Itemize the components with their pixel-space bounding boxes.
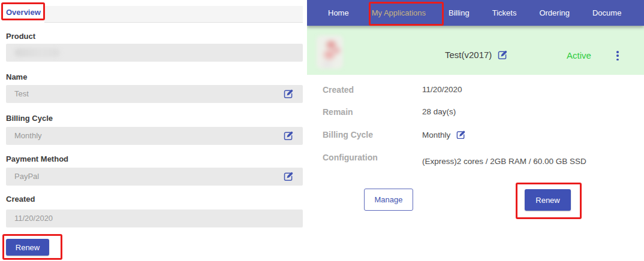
nav-tickets[interactable]: Tickets (481, 0, 528, 26)
detail-created-label: Created (323, 85, 422, 95)
renew-button-right[interactable]: Renew (525, 189, 571, 211)
application-banner: Test(v2017) Active (307, 26, 644, 75)
kebab-menu-icon[interactable] (614, 51, 621, 60)
tab-bar (44, 6, 303, 23)
screenshot-root: Overview Product Name Test Billing Cycle… (0, 0, 644, 261)
billing-cycle-field[interactable]: Monthly (6, 127, 303, 145)
detail-billing-cycle-value: Monthly (422, 130, 450, 139)
top-navbar: Home My Applications Billing Tickets Ord… (307, 0, 644, 26)
detail-row-created: Created 11/20/2020 (323, 85, 462, 95)
nav-home[interactable]: Home (317, 0, 360, 26)
created-value: 11/20/2020 (14, 210, 53, 227)
payment-method-label: Payment Method (6, 154, 68, 163)
detail-created-value: 11/20/2020 (422, 85, 462, 94)
detail-remain-label: Remain (323, 107, 422, 117)
nav-ordering[interactable]: Ordering (528, 0, 581, 26)
name-label: Name (6, 72, 27, 81)
edit-name-icon[interactable] (283, 89, 294, 99)
name-value: Test (14, 85, 29, 103)
product-label: Product (6, 32, 35, 41)
edit-payment-method-icon[interactable] (283, 171, 294, 182)
name-field[interactable]: Test (6, 85, 303, 103)
nav-billing[interactable]: Billing (437, 0, 481, 26)
billing-cycle-value: Monthly (14, 127, 42, 145)
nav-documentation[interactable]: Docume (581, 0, 633, 26)
detail-row-billing-cycle: Billing Cycle Monthly (323, 130, 466, 140)
edit-remote-billing-cycle-icon[interactable] (456, 130, 466, 140)
app-logo (317, 35, 343, 69)
manage-button[interactable]: Manage (364, 189, 413, 211)
application-panel: Home My Applications Billing Tickets Ord… (307, 0, 644, 261)
edit-app-title-icon[interactable] (497, 50, 508, 60)
redacted-product-value (14, 48, 60, 57)
detail-configuration-label: Configuration (323, 153, 422, 162)
detail-billing-cycle-label: Billing Cycle (323, 130, 422, 139)
edit-billing-cycle-icon[interactable] (283, 130, 294, 141)
detail-configuration-value: (Express)2 cores / 2GB RAM / 60.00 GB SS… (422, 157, 586, 166)
app-title: Test(v2017) (445, 50, 492, 60)
overview-panel: Overview Product Name Test Billing Cycle… (0, 0, 303, 261)
created-field: 11/20/2020 (6, 210, 303, 227)
payment-method-value: PayPal (14, 168, 39, 186)
billing-cycle-label: Billing Cycle (6, 114, 53, 123)
detail-row-configuration: Configuration (Express)2 cores / 2GB RAM… (323, 153, 586, 166)
nav-my-applications[interactable]: My Applications (360, 0, 437, 26)
status-badge: Active (567, 50, 591, 60)
renew-button-left[interactable]: Renew (6, 239, 49, 256)
created-label: Created (6, 195, 35, 204)
detail-remain-value: 28 day(s) (422, 107, 456, 116)
tab-overview[interactable]: Overview (6, 8, 41, 17)
payment-method-field[interactable]: PayPal (6, 168, 303, 186)
detail-row-remain: Remain 28 day(s) (323, 107, 456, 117)
product-field[interactable] (6, 44, 303, 62)
